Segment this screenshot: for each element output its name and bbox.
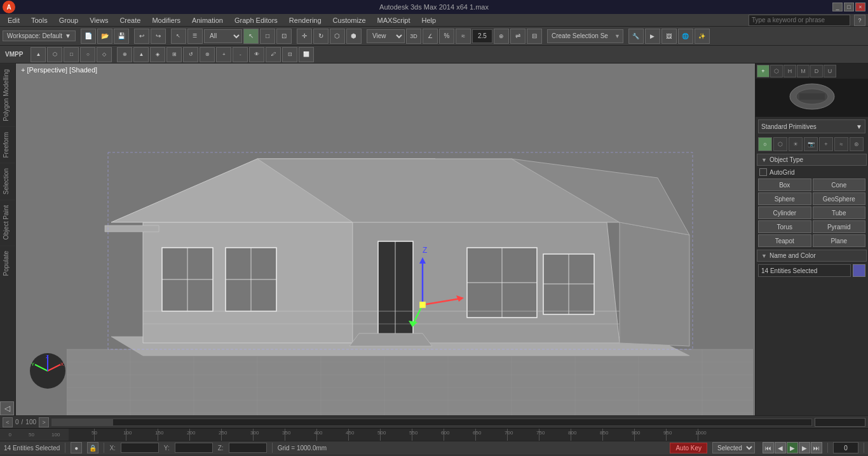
workspace-dropdown[interactable]: Workspace: Default ▼ bbox=[3, 30, 76, 41]
timeline-next-button[interactable]: > bbox=[39, 417, 49, 427]
go-end-button[interactable]: ⏭ bbox=[811, 442, 822, 453]
maximize-button[interactable]: □ bbox=[844, 3, 854, 11]
y-coord-input[interactable] bbox=[175, 443, 213, 453]
menu-create[interactable]: Create bbox=[114, 15, 146, 25]
viewport[interactable]: + [Perspective] [Shaded] bbox=[16, 64, 755, 415]
sidebar-tab-polygon-modelling[interactable]: Polygon Modelling bbox=[0, 64, 15, 126]
swift-loop-btn[interactable]: ⊡ bbox=[282, 47, 297, 62]
window-controls[interactable]: _ □ × bbox=[832, 3, 865, 11]
go-start-button[interactable]: ⏮ bbox=[763, 442, 774, 453]
name-color-section[interactable]: ▼ Name and Color bbox=[757, 250, 867, 262]
panel-tab-hierarchy[interactable]: H bbox=[783, 65, 796, 77]
select-region-button[interactable]: □ bbox=[260, 29, 275, 44]
sidebar-toggle-button[interactable]: ◁ bbox=[0, 401, 14, 415]
hide-btn[interactable]: 👁 bbox=[249, 47, 264, 62]
box-button[interactable]: Box bbox=[758, 178, 811, 191]
scale2-button[interactable]: ⬢ bbox=[346, 29, 362, 44]
environment-button[interactable]: 🌐 bbox=[678, 29, 693, 44]
poly-face-btn[interactable]: □ bbox=[64, 47, 79, 62]
redo-button[interactable]: ↪ bbox=[151, 29, 166, 44]
sidebar-tab-object-paint[interactable]: Object Paint bbox=[0, 199, 15, 245]
color-swatch[interactable] bbox=[853, 264, 865, 277]
transform-gizmo-button[interactable]: ⊕ bbox=[494, 29, 509, 44]
open-file-button[interactable]: 📂 bbox=[97, 29, 112, 44]
current-frame-input[interactable] bbox=[833, 442, 858, 453]
selected-dropdown[interactable]: Selected bbox=[712, 442, 755, 453]
menu-rendering[interactable]: Rendering bbox=[284, 15, 327, 25]
angle-snap-button[interactable]: ∠ bbox=[423, 29, 438, 44]
help-search-button[interactable]: ? bbox=[854, 15, 865, 26]
mirror-button[interactable]: ⇌ bbox=[510, 29, 526, 44]
render-setup-button[interactable]: 🔧 bbox=[628, 29, 644, 44]
percent-snap-button[interactable]: % bbox=[439, 29, 454, 44]
z-coord-input[interactable] bbox=[229, 443, 267, 453]
grow-btn[interactable]: + bbox=[216, 47, 231, 62]
geometry-icon[interactable]: ○ bbox=[758, 137, 772, 151]
undo-button[interactable]: ↩ bbox=[134, 29, 149, 44]
play-button[interactable]: ▶ bbox=[787, 442, 798, 453]
autogrid-checkbox[interactable] bbox=[759, 168, 767, 176]
sphere-button[interactable]: Sphere bbox=[758, 192, 811, 205]
menu-help[interactable]: Help bbox=[417, 15, 442, 25]
panel-tab-modify[interactable]: ⬡ bbox=[770, 65, 783, 77]
menu-modifiers[interactable]: Modifiers bbox=[147, 15, 186, 25]
cylinder-button[interactable]: Cylinder bbox=[758, 206, 811, 219]
panel-tab-display[interactable]: D bbox=[810, 65, 823, 77]
cameras-icon[interactable]: 📷 bbox=[804, 137, 818, 151]
sidebar-tab-selection[interactable]: Selection bbox=[0, 163, 15, 199]
select-by-name-button[interactable]: ☰ bbox=[187, 29, 203, 44]
spacewarps-icon[interactable]: ≈ bbox=[834, 137, 848, 151]
select-button[interactable]: ↖ bbox=[243, 29, 259, 44]
prev-frame-button[interactable]: ◀ bbox=[775, 442, 786, 453]
spinner-snap-button[interactable]: ≈ bbox=[456, 29, 471, 44]
menu-customize[interactable]: Customize bbox=[328, 15, 371, 25]
entity-name-input[interactable] bbox=[758, 264, 851, 277]
sidebar-tab-populate[interactable]: Populate bbox=[0, 245, 15, 281]
poly-select-btn[interactable]: ▲ bbox=[31, 47, 46, 62]
transform-value-input[interactable] bbox=[472, 29, 492, 43]
object-type-section[interactable]: ▼ Object Type bbox=[757, 154, 867, 166]
timeline-track[interactable] bbox=[51, 419, 812, 426]
poly-element-btn[interactable]: ◇ bbox=[97, 47, 112, 62]
minimize-button[interactable]: _ bbox=[832, 3, 843, 11]
panel-tab-motion[interactable]: M bbox=[797, 65, 810, 77]
paint-deform-btn[interactable]: 🖊 bbox=[266, 47, 281, 62]
pyramid-button[interactable]: Pyramid bbox=[813, 220, 866, 233]
teapot-button[interactable]: Teapot bbox=[758, 234, 811, 247]
menu-views[interactable]: Views bbox=[85, 15, 113, 25]
systems-icon[interactable]: ⊛ bbox=[850, 137, 864, 151]
new-file-button[interactable]: 📄 bbox=[81, 29, 96, 44]
cone-button[interactable]: Cone bbox=[813, 178, 866, 191]
connect-btn[interactable]: ⊞ bbox=[166, 47, 182, 62]
save-file-button[interactable]: 💾 bbox=[114, 29, 129, 44]
search-input[interactable] bbox=[749, 15, 850, 26]
select-object-button[interactable]: ↖ bbox=[171, 29, 186, 44]
timeline-prev-button[interactable]: < bbox=[3, 417, 13, 427]
plane-button[interactable]: Plane bbox=[813, 234, 866, 247]
auto-key-button[interactable]: Auto Key bbox=[670, 443, 707, 453]
next-frame-button[interactable]: ▶ bbox=[799, 442, 810, 453]
lights-icon[interactable]: ☀ bbox=[789, 137, 803, 151]
ring-btn[interactable]: ⊛ bbox=[200, 47, 215, 62]
tube-button[interactable]: Tube bbox=[813, 206, 866, 219]
status-icon-lock[interactable]: 🔒 bbox=[87, 442, 98, 453]
loop-btn[interactable]: ↺ bbox=[183, 47, 198, 62]
geosphere-button[interactable]: GeoSphere bbox=[813, 192, 866, 205]
cage-btn[interactable]: ⬜ bbox=[299, 47, 314, 62]
select-filter-dropdown[interactable]: All bbox=[204, 29, 242, 43]
scale-button[interactable]: ⬡ bbox=[330, 29, 345, 44]
timeline-input[interactable] bbox=[815, 418, 865, 427]
primitives-dropdown[interactable]: Standard Primitives ▼ bbox=[758, 119, 865, 133]
align-button[interactable]: ⊟ bbox=[527, 29, 542, 44]
panel-tab-utilities[interactable]: U bbox=[824, 65, 836, 77]
render-view-button[interactable]: 🖼 bbox=[661, 29, 677, 44]
menu-group[interactable]: Group bbox=[54, 15, 84, 25]
menu-graph-editors[interactable]: Graph Editors bbox=[229, 15, 283, 25]
effects-button[interactable]: ✨ bbox=[695, 29, 710, 44]
shrink-btn[interactable]: - bbox=[233, 47, 248, 62]
status-icon-1[interactable]: ● bbox=[71, 442, 82, 453]
menu-animation[interactable]: Animation bbox=[187, 15, 228, 25]
move-button[interactable]: ✛ bbox=[297, 29, 312, 44]
close-button[interactable]: × bbox=[855, 3, 865, 11]
rotate-button[interactable]: ↻ bbox=[313, 29, 329, 44]
